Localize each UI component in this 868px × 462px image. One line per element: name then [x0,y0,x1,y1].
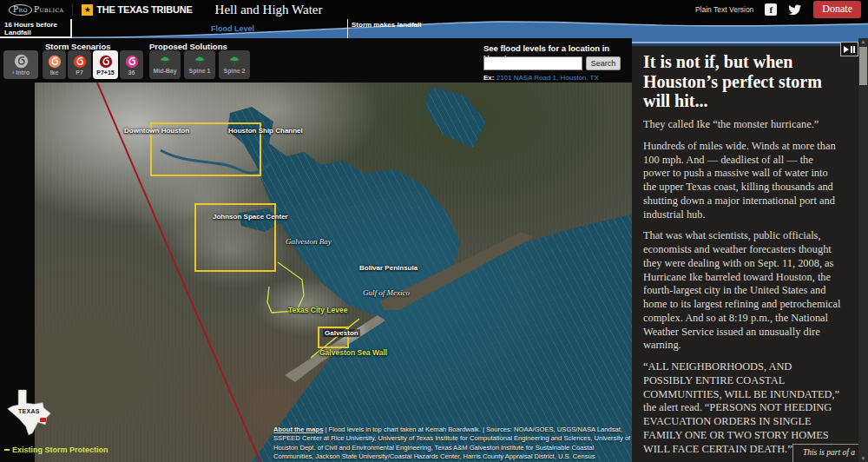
example-address-link[interactable]: 2101 NASA Road 1, Houston, TX [496,74,599,82]
about-text: | Flood levels in top chart taken at Kem… [273,426,630,460]
scenario-label: P7 [76,69,83,76]
scenario-button-36[interactable]: 36 [120,50,143,79]
search-button[interactable]: Search [586,56,621,70]
propublica-logo[interactable]: Pro Publica [9,4,63,16]
propublica-logo-oval: Pro [9,4,32,16]
legend-line-swatch [4,449,10,451]
pause-bar-icon [853,46,855,53]
location-pin-icon [40,418,46,422]
example-prefix: Ex: [483,74,494,82]
header-divider [72,3,73,16]
flood-level-label: Flood Level [211,24,254,33]
solution-button-mid-bay[interactable]: ☂ Mid-Bay [149,50,181,79]
scenario-button-ike[interactable]: Ike [43,50,66,79]
hurricane-icon [73,55,87,69]
about-title: About the maps [273,426,323,433]
solution-button-spine-1[interactable]: ☂ Spine 1 [184,50,215,79]
article-paragraph: Hundreds of miles wide. Winds at more th… [643,140,841,222]
hurricane-icon [99,55,113,69]
texas-locator-inset: TEXAS [5,389,52,436]
scenario-label: 36 [128,69,135,76]
hurricane-icon [48,55,62,69]
legend-text: Existing Storm Protection [12,446,108,454]
donate-button[interactable]: Donate [813,1,861,18]
scrollbar-down-arrow[interactable]: ▼ [858,456,868,461]
map-label-galveston-sea-wall: Galveston Sea Wall [319,348,387,357]
pause-bar-icon [851,46,852,53]
scenario-button-p7plus15-selected[interactable]: P7+15 [93,50,118,79]
map-label-galveston-bay: Galveston Bay [286,237,332,246]
article-paragraph: That was what scientists, public officia… [643,229,841,353]
article-body: They called Ike “the monster hurricane.”… [643,118,841,462]
map-label-downtown-houston: Downtown Houston [124,127,189,135]
scenario-button-p7[interactable]: P7 [68,50,91,79]
solution-label: Mid-Bay [153,68,176,74]
series-note-box: This is part of a [792,444,865,462]
facebook-icon[interactable]: f [765,3,777,16]
texas-tribune-star-icon: ★ [82,4,93,16]
map-line-overlay [35,82,632,462]
page-title: Hell and High Water [215,3,323,17]
solution-label: Spine 2 [224,68,246,74]
map-label-johnson-space-center: Johnson Space Center [213,213,288,221]
hurricane-icon [125,55,139,69]
intro-button[interactable]: ‹ Intro [3,50,38,79]
scenario-label: Ike [50,69,59,76]
search-example: Ex: 2101 NASA Road 1, Houston, TX [483,74,599,82]
flood-level-wave-chart [0,19,868,38]
scrollbar-up-arrow[interactable]: ▲ [858,39,868,44]
texas-inset-label: TEXAS [18,408,40,414]
landfall-label: Storm makes landfall [352,21,421,29]
plain-text-version-link[interactable]: Plain Text Version [695,5,753,14]
map-toolbar: ‹ Intro Storm Scenarios Ike P7 P7+15 36 … [0,38,632,82]
map-label-texas-city-levee: Texas City Levee [288,306,347,314]
twitter-icon[interactable] [788,4,802,16]
map-label-galveston: Galveston [323,329,360,337]
search-input[interactable] [483,56,582,70]
map-label-houston-ship-channel: Houston Ship Channel [228,127,303,135]
umbrella-icon: ☂ [194,56,206,67]
timeline-hours-before-landfall: 16 Hours before Landfall [0,19,72,38]
article-panel: It is not if, but when Houston’s perfect… [632,38,868,462]
article-scrollbar[interactable]: ▲ ▼ [858,38,868,462]
landfall-marker-line [347,19,348,38]
scrollbar-thumb[interactable] [859,47,867,85]
map-label-bolivar-peninsula: Bolivar Peninsula [359,264,418,272]
article-headline: It is not if, but when Houston’s perfect… [643,52,845,111]
about-the-maps: About the maps | Flood levels in top cha… [273,426,632,461]
umbrella-icon: ☂ [229,56,240,67]
intro-hurricane-icon [14,54,29,69]
intro-button-label: ‹ Intro [12,69,30,76]
legend-existing-storm-protection: Existing Storm Protection [4,446,108,454]
scenario-label: P7+15 [96,69,114,76]
flood-level-timeline[interactable]: 16 Hours before Landfall Flood Level Sto… [0,19,868,38]
article-paragraph: “ALL NEIGHBORHOODS, AND POSSIBLY ENTIRE … [643,360,841,456]
map-label-gulf-of-mexico: Gulf of Mexico [363,288,410,297]
flood-map[interactable]: Downtown Houston Houston Ship Channel Jo… [35,82,632,462]
article-top-wave-band [632,38,868,46]
texas-tribune-name: THE TEXAS TRIBUNE [96,4,192,15]
propublica-logo-text: Publica [34,5,63,14]
solution-label: Spine 1 [189,68,211,74]
texas-tribune-logo[interactable]: ★ THE TEXAS TRIBUNE [82,4,192,16]
umbrella-icon: ☂ [160,56,171,67]
top-header: Pro Publica ★ THE TEXAS TRIBUNE Hell and… [0,0,868,19]
article-paragraph: They called Ike “the monster hurricane.” [643,118,841,132]
solution-button-spine-2[interactable]: ☂ Spine 2 [219,50,250,79]
